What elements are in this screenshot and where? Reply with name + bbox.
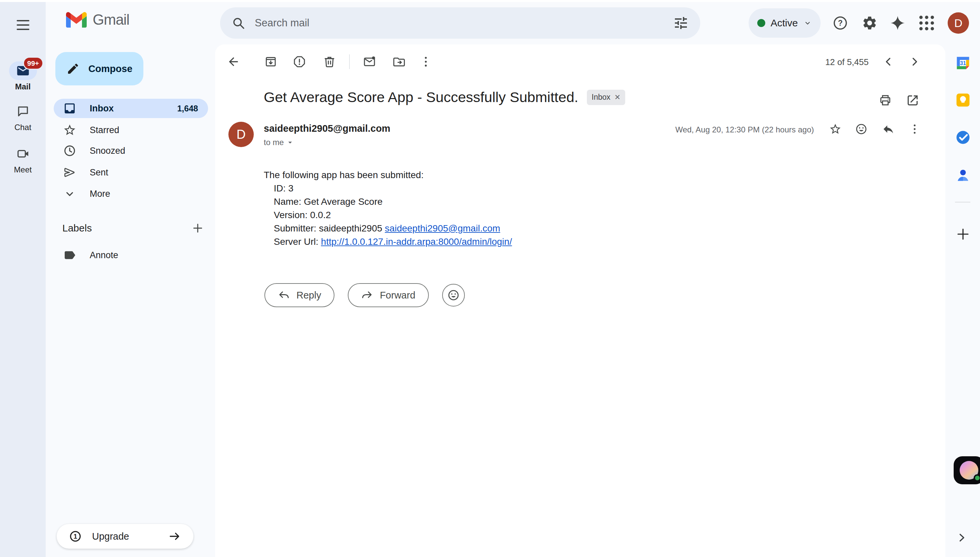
rail-item-meet[interactable]: Meet <box>0 145 46 174</box>
delete-button[interactable] <box>320 52 339 71</box>
compose-button[interactable]: Compose <box>55 52 143 85</box>
send-icon <box>63 166 76 179</box>
window-top-strip <box>0 0 980 2</box>
help-icon[interactable]: ? <box>832 15 848 31</box>
sidebar-item-more[interactable]: More <box>54 184 208 204</box>
assistant-widget[interactable] <box>954 456 980 484</box>
gmail-logo-icon <box>66 12 87 28</box>
chevron-down-icon <box>803 19 812 27</box>
gmail-logo[interactable]: Gmail <box>66 11 129 28</box>
sender-email[interactable]: saideepthi2905@gmail.com <box>264 123 390 134</box>
account-avatar[interactable]: D <box>947 12 969 34</box>
chat-icon <box>16 104 30 119</box>
inbox-label-chip[interactable]: Inbox ✕ <box>587 90 625 105</box>
search-bar[interactable] <box>220 7 700 39</box>
labels-section-header: Labels <box>62 221 205 235</box>
svg-text:31: 31 <box>960 60 966 66</box>
meet-icon <box>16 147 30 161</box>
email-body: The following app has been submitted: ID… <box>264 168 512 249</box>
svg-text:1: 1 <box>73 533 77 540</box>
gmail-logo-text: Gmail <box>93 11 129 28</box>
google-apps-grid-icon[interactable] <box>919 15 934 31</box>
report-spam-button[interactable] <box>290 52 309 71</box>
rail-item-mail[interactable]: 99+ Mail <box>0 61 46 91</box>
body-intro: The following app has been submitted: <box>264 168 512 182</box>
body-line-server-url: Server Url: http://1.0.0.127.in-addr.arp… <box>274 235 512 249</box>
label-name: Annote <box>90 250 119 261</box>
reply-button[interactable]: Reply <box>265 283 335 307</box>
toolbar-divider <box>349 54 350 69</box>
sidebar-item-label: Inbox <box>90 103 114 114</box>
reply-icon-button[interactable] <box>879 120 898 138</box>
sidebar-item-label: Sent <box>90 168 108 178</box>
google-calendar-icon[interactable]: 31 <box>954 54 972 72</box>
server-url-link[interactable]: http://1.0.0.127.in-addr.arpa:8000/admin… <box>321 236 512 247</box>
label-tag-icon <box>63 249 76 262</box>
gemini-spark-icon[interactable] <box>890 15 906 31</box>
sidebar-item-label: More <box>90 189 111 199</box>
star-icon <box>63 124 76 137</box>
open-in-new-button[interactable] <box>903 91 922 110</box>
pagination-counter: 12 of 5,455 <box>782 57 869 67</box>
status-selector[interactable]: Active <box>749 8 821 38</box>
archive-button[interactable] <box>262 52 280 71</box>
remove-label-icon[interactable]: ✕ <box>614 93 621 102</box>
rail-label-chat: Chat <box>14 123 31 132</box>
google-tasks-icon[interactable] <box>954 129 972 146</box>
sidebar-item-label: Snoozed <box>90 146 125 156</box>
star-message-button[interactable] <box>826 120 845 138</box>
sender-avatar[interactable]: D <box>228 122 254 147</box>
upgrade-button[interactable]: 1 Upgrade <box>57 524 193 549</box>
assistant-online-dot <box>973 474 980 482</box>
rail-label-meet: Meet <box>14 165 32 174</box>
forward-button[interactable]: Forward <box>348 283 429 307</box>
newer-email-chevron[interactable] <box>879 52 898 71</box>
sidebar-item-inbox[interactable]: Inbox 1,648 <box>54 99 208 118</box>
add-reaction-button[interactable] <box>442 284 465 306</box>
svg-text:?: ? <box>838 19 843 27</box>
back-to-inbox-button[interactable] <box>224 52 243 71</box>
google-one-icon: 1 <box>69 530 82 543</box>
move-to-button[interactable] <box>390 52 408 71</box>
pencil-icon <box>67 62 80 75</box>
more-options-icon[interactable] <box>416 52 435 71</box>
add-side-panel-app-icon[interactable] <box>955 226 971 242</box>
smiley-icon <box>447 289 460 301</box>
body-line-version: Version: 0.0.2 <box>274 208 512 222</box>
message-more-options-icon[interactable] <box>905 120 924 138</box>
recipient-details-toggle[interactable]: to me <box>264 138 294 147</box>
search-filters-icon[interactable] <box>673 15 689 31</box>
settings-gear-icon[interactable] <box>861 15 878 31</box>
collapse-side-panel-chevron[interactable] <box>956 532 968 544</box>
sidebar-item-starred[interactable]: Starred <box>54 121 208 140</box>
email-timestamp: Wed, Aug 20, 12:30 PM (22 hours ago) <box>615 125 814 134</box>
sidebar-item-label: Starred <box>90 125 119 135</box>
older-email-chevron[interactable] <box>905 52 924 71</box>
emoji-reaction-button[interactable] <box>852 120 871 138</box>
sidebar-label-annote[interactable]: Annote <box>54 246 208 265</box>
status-label: Active <box>770 17 798 29</box>
google-contacts-icon[interactable] <box>954 167 972 184</box>
chevron-down-icon <box>63 187 76 200</box>
body-line-name: Name: Get Average Score <box>274 195 512 208</box>
forward-arrow-icon <box>361 289 373 301</box>
create-label-plus-icon[interactable] <box>191 221 205 235</box>
mark-unread-button[interactable] <box>360 52 379 71</box>
gmail-app: 99+ Mail Chat Meet <box>0 0 980 557</box>
clock-icon <box>63 144 76 158</box>
reply-arrow-icon <box>278 289 290 301</box>
sidebar-item-snoozed[interactable]: Snoozed <box>54 141 208 160</box>
unread-badge: 99+ <box>23 57 44 70</box>
submitter-email-link[interactable]: saideepthi2905@gmail.com <box>385 223 500 233</box>
main-menu-button[interactable] <box>17 20 29 30</box>
body-line-id: ID: 3 <box>274 182 512 195</box>
search-input[interactable] <box>254 13 664 33</box>
body-line-submitter: Submitter: saideepthi2905 saideepthi2905… <box>274 222 512 235</box>
print-button[interactable] <box>876 91 895 110</box>
rail-label-mail: Mail <box>15 82 31 91</box>
google-keep-icon[interactable] <box>954 91 972 109</box>
sidebar-item-sent[interactable]: Sent <box>54 163 208 182</box>
search-icon[interactable] <box>231 16 245 30</box>
rail-item-chat[interactable]: Chat <box>0 102 46 132</box>
status-active-dot <box>757 19 765 27</box>
